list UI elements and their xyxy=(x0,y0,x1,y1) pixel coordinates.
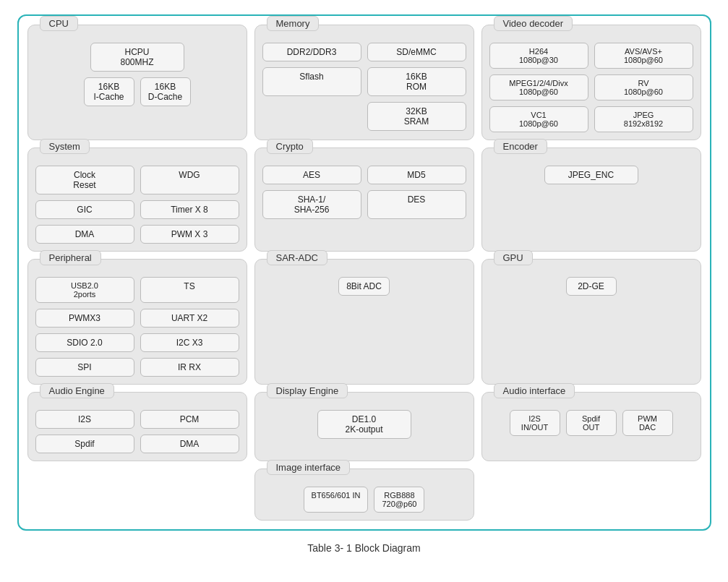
memory-sd: SD/eMMC xyxy=(367,43,466,61)
saradc-block: SAR-ADC 8Bit ADC xyxy=(254,259,474,385)
sys-clock: Clock Reset xyxy=(35,166,134,194)
dcache-chip: 16KB D-Cache xyxy=(140,77,191,106)
saradc-8bit: 8Bit ADC xyxy=(338,277,390,296)
vd-jpeg: JPEG 8192x8192 xyxy=(594,106,693,132)
sys-timer: Timer X 8 xyxy=(140,200,239,219)
sys-wdg: WDG xyxy=(140,166,239,194)
memory-sflash: Sflash xyxy=(262,67,361,96)
hcpu-chip: HCPU 800MHZ xyxy=(90,43,184,72)
peri-ir: IR RX xyxy=(140,358,239,377)
displayengine-block: Display Engine DE1.0 2K-output xyxy=(254,392,474,461)
cpu-title: CPU xyxy=(40,16,78,31)
system-block: System Clock Reset WDG GIC Timer X 8 DMA… xyxy=(27,147,247,252)
system-title: System xyxy=(40,139,90,154)
encoder-block: Encoder JPEG_ENC xyxy=(481,147,701,252)
audioengine-title: Audio Engine xyxy=(40,383,114,398)
audio-spdif: Spdif xyxy=(35,435,134,453)
peri-i2c: I2C X3 xyxy=(140,333,239,352)
displayengine-title: Display Engine xyxy=(267,383,348,398)
crypto-sha: SHA-1/ SHA-256 xyxy=(262,190,361,219)
peri-ts: TS xyxy=(140,277,239,303)
imageif-rgb888: RGB888 720@p60 xyxy=(374,487,424,513)
memory-block: Memory DDR2/DDR3 SD/eMMC Sflash 16KB ROM… xyxy=(254,25,474,140)
gpu-2dge: 2D-GE xyxy=(566,277,617,296)
gpu-title: GPU xyxy=(494,250,533,265)
imageinterface-title: Image interface xyxy=(267,460,351,475)
audioif-i2s: I2S IN/OUT xyxy=(510,410,560,436)
peri-uart: UART X2 xyxy=(140,309,239,328)
crypto-des: DES xyxy=(367,190,466,219)
audiointerface-block: Audio interface I2S IN/OUT Spdif OUT PWM… xyxy=(481,392,701,461)
vd-h264: H264 1080p@30 xyxy=(489,43,588,69)
audio-dma: DMA xyxy=(140,435,239,453)
icache-chip: 16KB I-Cache xyxy=(84,77,134,106)
memory-title: Memory xyxy=(267,16,320,31)
saradc-title: SAR-ADC xyxy=(267,250,328,265)
crypto-block: Crypto AES MD5 SHA-1/ SHA-256 DES xyxy=(254,147,474,252)
peri-spi: SPI xyxy=(35,358,134,377)
peri-sdio: SDIO 2.0 xyxy=(35,333,134,352)
block-diagram: CPU HCPU 800MHZ 16KB I-Cache 16KB D-Cach… xyxy=(17,14,711,531)
gpu-block: GPU 2D-GE xyxy=(481,259,701,385)
peripheral-title: Peripheral xyxy=(40,250,101,265)
audio-pcm: PCM xyxy=(140,410,239,429)
audioif-pwm: PWM DAC xyxy=(622,410,673,436)
cpu-block: CPU HCPU 800MHZ 16KB I-Cache 16KB D-Cach… xyxy=(27,25,247,140)
display-de10: DE1.0 2K-output xyxy=(317,410,411,439)
vd-rv: RV 1080p@60 xyxy=(594,74,693,100)
peri-usb: USB2.0 2ports xyxy=(35,277,134,303)
audio-i2s: I2S xyxy=(35,410,134,429)
audioif-spdif: Spdif OUT xyxy=(566,410,617,436)
crypto-title: Crypto xyxy=(267,139,313,154)
peri-pwmx3: PWMX3 xyxy=(35,309,134,328)
vd-vc1: VC1 1080p@60 xyxy=(489,106,588,132)
encoder-title: Encoder xyxy=(494,139,547,154)
peripheral-block: Peripheral USB2.0 2ports TS PWMX3 UART X… xyxy=(27,259,247,385)
videodecoder-block: Video decoder H264 1080p@30 AVS/AVS+ 108… xyxy=(481,25,701,140)
videodecoder-title: Video decoder xyxy=(494,16,573,31)
encoder-jpeg: JPEG_ENC xyxy=(544,166,638,184)
sys-dma: DMA xyxy=(35,225,134,244)
audioengine-block: Audio Engine I2S PCM Spdif DMA xyxy=(27,392,247,461)
imageif-bt656: BT656/601 IN xyxy=(304,487,369,513)
diagram-caption: Table 3- 1 Block Diagram xyxy=(307,542,420,554)
imageinterface-block: Image interface BT656/601 IN RGB888 720@… xyxy=(254,468,474,521)
memory-ddr: DDR2/DDR3 xyxy=(262,43,361,61)
crypto-aes: AES xyxy=(262,166,361,184)
crypto-md5: MD5 xyxy=(367,166,466,184)
sys-pwm: PWM X 3 xyxy=(140,225,239,244)
vd-avs: AVS/AVS+ 1080p@60 xyxy=(594,43,693,69)
memory-32kb: 32KB SRAM xyxy=(367,102,466,131)
sys-gic: GIC xyxy=(35,200,134,219)
vd-mpeg: MPEG1/2/4/Divx 1080p@60 xyxy=(489,74,588,100)
memory-16kb: 16KB ROM xyxy=(367,67,466,96)
audiointerface-title: Audio interface xyxy=(494,383,575,398)
